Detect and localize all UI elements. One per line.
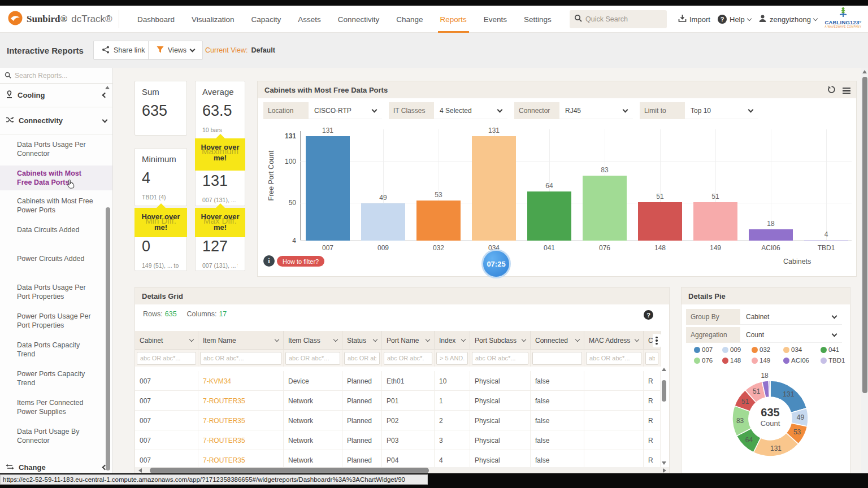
sidebar-item[interactable]: Power Ports Capacity Trend <box>0 369 112 389</box>
hover-tooltip-maximum[interactable]: Maximum Hover over me! <box>195 138 245 171</box>
grid-help-icon[interactable]: ? <box>644 310 653 320</box>
nav-item-change[interactable]: Change <box>396 6 423 33</box>
sidebar-item[interactable]: Data Ports Usage Per Port Properties <box>0 283 112 302</box>
legend-item-032[interactable]: 032 <box>752 346 783 353</box>
user-menu[interactable]: zengyizhong <box>758 6 817 33</box>
report-search-input[interactable] <box>15 72 99 80</box>
bar-TBD1[interactable] <box>804 240 848 241</box>
legend-item-007[interactable]: 007 <box>694 346 722 353</box>
info-icon[interactable]: i <box>263 255 275 267</box>
nav-item-dashboard[interactable]: Dashboard <box>137 6 175 33</box>
filter-select-location[interactable]: CISCO-RTP <box>309 102 382 119</box>
sidebar-section-connectivity[interactable]: Connectivity <box>0 107 112 134</box>
sidebar-item[interactable]: Power Ports Usage Per Port Properties <box>0 312 112 331</box>
filter-select-connector[interactable]: RJ45 <box>559 102 633 119</box>
column-header-item-name[interactable]: Item Name <box>198 331 284 350</box>
page-scrollbar-thumb[interactable] <box>862 77 867 393</box>
nav-item-assets[interactable]: Assets <box>298 6 321 33</box>
scroll-up-arrow[interactable] <box>662 368 666 371</box>
how-to-filter-button[interactable]: How to filter? <box>277 256 324 267</box>
sidebar-item[interactable]: Data Port Usage By Connector <box>0 427 112 446</box>
quick-search[interactable] <box>570 10 667 28</box>
column-header-port-name[interactable]: Port Name <box>382 331 435 350</box>
chart-menu-icon[interactable] <box>843 88 850 94</box>
column-header-status[interactable]: Status <box>342 331 382 350</box>
legend-item-041[interactable]: 041 <box>821 346 852 353</box>
bar-149[interactable] <box>693 202 737 241</box>
bar-148[interactable] <box>638 202 682 241</box>
legend-item-076[interactable]: 076 <box>694 357 722 364</box>
grid-horizontal-scrollbar[interactable] <box>135 467 670 473</box>
help-button[interactable]: ? Help <box>718 6 751 33</box>
sidebar-item[interactable]: Data Ports Capacity Trend <box>0 341 112 360</box>
legend-item-aci06[interactable]: ACI06 <box>783 357 821 364</box>
aggregation-select[interactable]: Count <box>740 327 842 343</box>
table-row[interactable]: 0077-ROUTER35NetworkPlannedP022Physicalf… <box>135 411 661 430</box>
column-header-mac-address[interactable]: MAC Address <box>584 331 644 350</box>
bar-034[interactable] <box>472 136 516 241</box>
column-header-index[interactable]: Index <box>435 331 470 350</box>
grid-horizontal-thumb[interactable] <box>150 468 429 473</box>
column-filter-input[interactable] <box>384 352 432 365</box>
column-filter-input[interactable] <box>436 352 468 365</box>
item-name-link[interactable]: 7-ROUTER35 <box>198 391 284 411</box>
sidebar-item[interactable]: Data Circuits Added <box>0 225 112 245</box>
group-by-select[interactable]: Cabinet <box>740 309 842 325</box>
table-row[interactable]: 0077-KVM34DevicePlannedEth0110Physicalfa… <box>135 371 661 391</box>
column-header-connected[interactable]: Connected <box>531 331 584 350</box>
bar-007[interactable] <box>306 136 350 241</box>
column-filter-input[interactable] <box>532 352 582 365</box>
share-link-button[interactable]: Share link <box>93 41 154 60</box>
nav-item-visualization[interactable]: Visualization <box>192 6 235 33</box>
sidebar-item[interactable]: Power Circuits Added <box>0 254 112 273</box>
bar-ACI06[interactable] <box>749 229 793 241</box>
legend-item-tbd1[interactable]: TBD1 <box>821 357 852 364</box>
report-search[interactable] <box>0 68 112 84</box>
filter-select-it-classes[interactable]: 4 Selected <box>434 102 507 119</box>
bar-009[interactable] <box>361 203 405 241</box>
sidebar-section-change[interactable]: Change <box>0 456 112 473</box>
bar-041[interactable] <box>527 191 571 241</box>
column-filter-input[interactable] <box>586 352 641 365</box>
item-name-link[interactable]: 7-KVM34 <box>198 371 284 391</box>
brand-logo[interactable]: Sunbird® dcTrack® <box>8 6 112 33</box>
nav-item-settings[interactable]: Settings <box>524 6 552 33</box>
table-row[interactable]: 0077-ROUTER35NetworkPlannedP011Physicalf… <box>135 391 661 411</box>
nav-item-connectivity[interactable]: Connectivity <box>338 6 380 33</box>
import-button[interactable]: Import <box>678 6 710 33</box>
column-header-port-subclass[interactable]: Port Subclass <box>470 331 531 350</box>
sidebar-item[interactable]: Items Per Connected Power Supplies <box>0 398 112 417</box>
sidebar-scrollbar-thumb[interactable] <box>106 207 110 470</box>
scroll-left-arrow[interactable] <box>138 468 142 473</box>
sidebar-item[interactable]: Cabinets with Most Free Data Ports <box>0 165 112 190</box>
scroll-up-arrow[interactable] <box>105 86 110 89</box>
column-filter-input[interactable] <box>344 352 380 365</box>
column-header-cabinet[interactable]: Cabinet <box>135 331 198 350</box>
column-filter-input[interactable] <box>645 352 658 365</box>
hover-tooltip-max-diff[interactable]: Max Diff. Hover over me! <box>195 208 245 237</box>
bar-032[interactable] <box>416 201 461 241</box>
column-filter-input[interactable] <box>472 352 528 365</box>
scroll-down-arrow[interactable] <box>662 461 666 465</box>
column-filter-input[interactable] <box>200 352 281 365</box>
quick-search-input[interactable] <box>585 15 659 23</box>
legend-item-034[interactable]: 034 <box>783 346 821 353</box>
legend-item-149[interactable]: 149 <box>752 357 783 364</box>
views-button[interactable]: Views <box>148 41 203 60</box>
column-filter-input[interactable] <box>285 352 340 365</box>
grid-vertical-thumb[interactable] <box>662 380 666 402</box>
hover-tooltip-min-diff[interactable]: Min Diff. Hover over me! <box>134 208 187 237</box>
refresh-icon[interactable] <box>827 85 836 96</box>
legend-item-009[interactable]: 009 <box>722 346 752 353</box>
column-filter-input[interactable] <box>137 352 196 365</box>
grid-vertical-scrollbar[interactable] <box>661 367 667 467</box>
bar-076[interactable] <box>583 176 627 241</box>
filter-select-limit-to[interactable]: Top 10 <box>685 102 758 119</box>
column-menu-icon[interactable] <box>653 334 661 347</box>
table-row[interactable]: 0077-ROUTER35NetworkPlannedP033Physicalf… <box>135 430 661 450</box>
item-name-link[interactable]: 7-ROUTER35 <box>198 430 284 450</box>
nav-item-events[interactable]: Events <box>484 6 507 33</box>
legend-item-148[interactable]: 148 <box>722 357 752 364</box>
sidebar-item[interactable]: Cabinets with Most Free Power Ports <box>0 197 112 216</box>
item-name-link[interactable]: 7-ROUTER35 <box>198 411 284 430</box>
